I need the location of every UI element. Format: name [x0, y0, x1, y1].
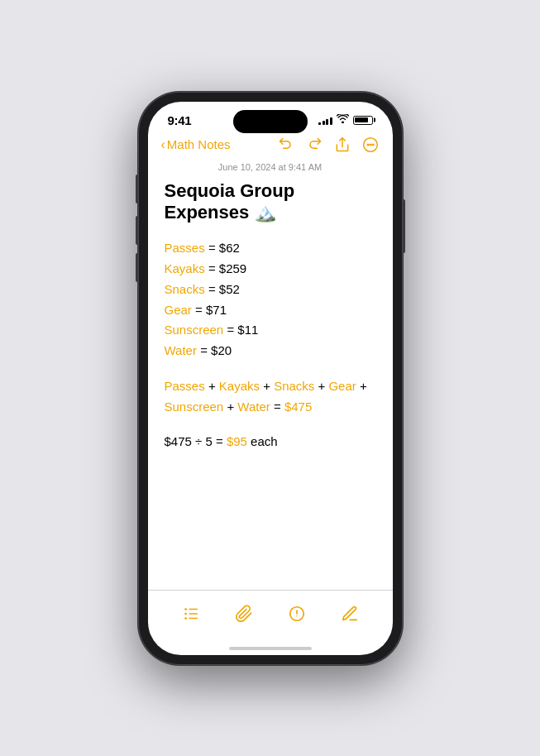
- note-timestamp: June 10, 2024 at 9:41 AM: [165, 162, 376, 172]
- redo-icon: [306, 136, 323, 153]
- undo-icon: [278, 136, 294, 153]
- svg-point-7: [184, 617, 187, 620]
- svg-point-4: [372, 144, 374, 146]
- more-button[interactable]: [361, 136, 380, 154]
- kayaks-label: Kayaks: [165, 261, 205, 275]
- compose-button[interactable]: [335, 599, 365, 629]
- more-icon: [362, 136, 379, 153]
- equation-line2: Sunscreen + Water = $475: [165, 397, 376, 418]
- passes-value: = $62: [208, 241, 240, 255]
- water-label: Water: [165, 343, 197, 357]
- screen: 9:41: [148, 102, 393, 655]
- kayaks-value: = $259: [208, 261, 246, 275]
- snacks-value: = $52: [208, 282, 240, 296]
- gear-label: Gear: [165, 303, 192, 317]
- phone-frame: 9:41: [138, 92, 403, 665]
- signal-bars-icon: [318, 116, 332, 125]
- note-title: Sequoia Group Expenses 🏔️: [165, 180, 376, 224]
- svg-point-12: [296, 615, 297, 616]
- note-line-sunscreen: Sunscreen = $11: [165, 320, 376, 341]
- signal-bar-4: [330, 117, 332, 125]
- attachment-button[interactable]: [229, 599, 259, 629]
- attachment-icon: [235, 605, 253, 623]
- back-label: Math Notes: [167, 137, 231, 151]
- equation-result: $475: [284, 400, 312, 414]
- signal-bar-1: [318, 122, 321, 125]
- equation-line1: Passes + Kayaks + Snacks + Gear +: [165, 376, 376, 397]
- svg-point-3: [370, 144, 371, 146]
- calc-text: $475 ÷ 5 =: [165, 434, 227, 448]
- note-content[interactable]: June 10, 2024 at 9:41 AM Sequoia Group E…: [148, 159, 393, 590]
- snacks-label: Snacks: [165, 282, 205, 296]
- checklist-icon: [182, 605, 200, 623]
- home-indicator: [148, 635, 393, 655]
- note-line-water: Water = $20: [165, 341, 376, 361]
- nav-actions: [277, 136, 380, 154]
- passes-label: Passes: [165, 241, 205, 255]
- status-icons: [318, 114, 373, 126]
- note-equation: Passes + Kayaks + Snacks + Gear + Sunscr…: [165, 376, 376, 418]
- back-chevron-icon: ‹: [161, 137, 165, 152]
- water-value: = $20: [200, 343, 232, 357]
- share-button[interactable]: [333, 136, 351, 154]
- calc-result: $95: [227, 434, 247, 448]
- sunscreen-value: = $11: [227, 323, 258, 337]
- calc-suffix: each: [251, 434, 278, 448]
- battery-fill: [355, 117, 368, 122]
- compose-icon: [341, 605, 359, 623]
- share-icon: [334, 136, 351, 153]
- svg-point-2: [367, 144, 369, 146]
- gear-value: = $71: [195, 303, 227, 317]
- note-line-kayaks: Kayaks = $259: [165, 259, 376, 280]
- status-bar: 9:41: [148, 102, 393, 132]
- note-line-gear: Gear = $71: [165, 300, 376, 321]
- back-button[interactable]: ‹ Math Notes: [161, 137, 231, 152]
- signal-bar-2: [323, 121, 325, 125]
- markup-icon: [288, 605, 306, 623]
- home-bar: [229, 647, 312, 650]
- svg-point-5: [184, 608, 187, 610]
- dynamic-island: [233, 110, 308, 133]
- markup-button[interactable]: [282, 599, 312, 629]
- checklist-button[interactable]: [176, 599, 206, 629]
- note-items: Passes = $62 Kayaks = $259 Snacks = $52 …: [165, 238, 376, 361]
- signal-bar-3: [326, 119, 328, 125]
- note-line-snacks: Snacks = $52: [165, 280, 376, 300]
- svg-point-6: [184, 612, 187, 615]
- bottom-toolbar: [148, 590, 393, 635]
- note-calc: $475 ÷ 5 = $95 each: [165, 432, 376, 452]
- sunscreen-label: Sunscreen: [165, 323, 224, 337]
- nav-bar: ‹ Math Notes: [148, 132, 393, 159]
- redo-button[interactable]: [305, 136, 323, 154]
- note-line-passes: Passes = $62: [165, 238, 376, 259]
- status-time: 9:41: [168, 113, 192, 127]
- wifi-icon: [337, 114, 349, 126]
- battery-icon: [353, 116, 373, 125]
- undo-button[interactable]: [277, 136, 295, 154]
